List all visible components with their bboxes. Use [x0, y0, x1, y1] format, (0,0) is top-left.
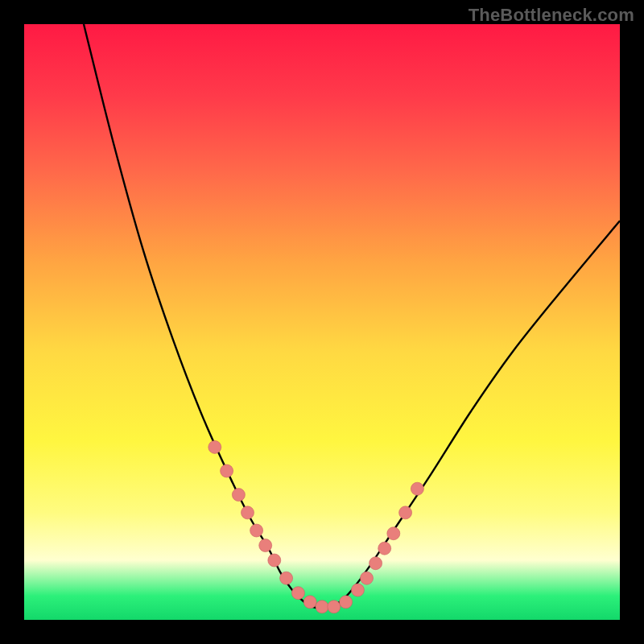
marker-dot [340, 596, 353, 609]
watermark-text: TheBottleneck.com [469, 5, 634, 26]
plot-area [24, 24, 620, 620]
marker-group [208, 440, 424, 613]
curve-svg [24, 24, 620, 620]
marker-dot [232, 489, 245, 502]
marker-dot [351, 584, 364, 597]
marker-dot [250, 524, 263, 537]
marker-dot [259, 539, 272, 552]
marker-dot [268, 554, 281, 567]
chart-frame: TheBottleneck.com [0, 0, 644, 644]
marker-dot [378, 542, 391, 555]
marker-dot [303, 596, 316, 609]
marker-dot [399, 506, 412, 519]
marker-dot [208, 440, 221, 453]
marker-dot [280, 572, 293, 584]
marker-dot [328, 601, 341, 613]
marker-dot [316, 601, 328, 613]
marker-dot [242, 506, 254, 519]
marker-dot [387, 527, 400, 540]
marker-dot [291, 587, 304, 600]
marker-dot [221, 464, 233, 477]
marker-dot [411, 482, 423, 495]
bottleneck-curve [84, 24, 620, 609]
marker-dot [369, 557, 382, 570]
marker-dot [361, 572, 374, 584]
